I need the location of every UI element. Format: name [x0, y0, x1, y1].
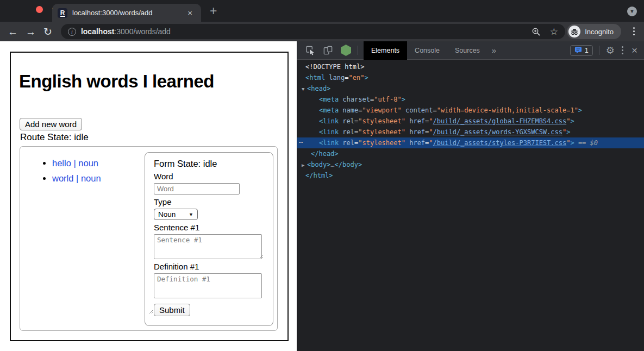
browser-tab[interactable]: R localhost:3000/words/add ×: [52, 4, 201, 22]
submit-button[interactable]: Submit: [154, 304, 190, 316]
code-token-attr: rel: [339, 117, 354, 125]
route-state-text: Route State: idle: [20, 132, 89, 143]
type-label: Type: [154, 197, 264, 206]
address-bar[interactable]: i localhost:3000/words/add ☆: [61, 24, 565, 39]
devtools-code-line[interactable]: <!DOCTYPE html>: [297, 61, 644, 72]
bookmark-star-icon[interactable]: ☆: [550, 27, 558, 36]
code-token-attr: lang: [325, 74, 345, 82]
code-token-value: ": [429, 139, 433, 147]
settings-gear-icon[interactable]: ⚙: [606, 46, 615, 55]
incognito-label: Incognito: [585, 28, 614, 36]
issues-bubble-icon: [574, 47, 582, 54]
code-token-tag: <body>: [307, 161, 330, 168]
word-input[interactable]: [154, 183, 240, 195]
devtools-code-line[interactable]: <meta name="viewport" content="width=dev…: [297, 105, 644, 116]
devtools-code-line[interactable]: <meta charset="utf-8">: [297, 94, 644, 105]
code-token-tag: <link: [319, 128, 339, 136]
code-token-attr: href: [405, 117, 425, 125]
tab-close-icon[interactable]: ×: [187, 9, 192, 17]
devtools-code-line[interactable]: ▶<body>…</body>: [297, 159, 644, 170]
issues-button[interactable]: 1: [570, 45, 593, 56]
web-page: English words I learned Add new word Rou…: [0, 41, 297, 351]
site-info-icon[interactable]: i: [68, 28, 76, 36]
reload-button[interactable]: ↻: [43, 27, 52, 37]
chevron-down-icon[interactable]: ▼: [627, 7, 637, 16]
code-token-link: /build/_assets/global-FHZEMBS4.css: [433, 117, 567, 125]
devtools-toolbar: ElementsConsoleSources » 1 ⚙ ×: [297, 41, 644, 60]
sentence-textarea[interactable]: [154, 234, 262, 259]
add-word-form: Form State: idle Word Type Noun ▼ Senten…: [145, 152, 273, 326]
close-window-button[interactable]: [36, 6, 43, 13]
code-token-tag: <head>: [307, 85, 330, 92]
elements-tree: <!DOCTYPE html><html lang="en">▼<head><m…: [297, 60, 644, 181]
devtools-code-line-selected[interactable]: …<link rel="stylesheet" href="/build/_as…: [297, 137, 644, 148]
code-token-tag: >: [578, 106, 582, 114]
inspect-element-icon[interactable]: [305, 45, 315, 55]
devtools-code-line[interactable]: </head>: [297, 148, 644, 159]
code-token-attr: content: [402, 106, 433, 114]
code-token-ellipsis: …: [330, 161, 334, 168]
code-token-tag: >: [566, 128, 570, 136]
code-token-value: ": [429, 128, 433, 136]
code-token-tag: </head>: [311, 150, 339, 158]
code-token-attr: href: [405, 128, 425, 136]
devtools-menu-icon[interactable]: [622, 46, 623, 54]
code-token-value: "width=device-width,initial-scale=1": [437, 106, 578, 114]
code-token-tag: <link: [319, 139, 339, 147]
code-token-tag: </body>: [335, 161, 362, 168]
selected-line-ellipsis-icon: …: [299, 135, 303, 146]
url-text: localhost:3000/words/add: [81, 27, 171, 36]
devtools-close-icon[interactable]: ×: [632, 45, 637, 55]
type-select[interactable]: Noun ▼: [154, 209, 198, 220]
code-token-value: "utf-8": [374, 96, 402, 103]
devtools-code-line[interactable]: <link rel="stylesheet" href="/build/_ass…: [297, 127, 644, 137]
remix-favicon-icon: R: [58, 8, 67, 18]
vue-devtools-icon[interactable]: [341, 45, 351, 56]
code-token-link: /build/_assets/words-YGXSWCSW.css: [433, 128, 562, 136]
devtools-tab-sources[interactable]: Sources: [447, 41, 487, 60]
new-tab-button[interactable]: +: [210, 4, 217, 17]
code-token-plain: <!DOCTYPE html>: [305, 63, 364, 71]
more-tabs-icon[interactable]: »: [492, 46, 496, 55]
code-token-value: "viewport": [362, 106, 401, 114]
devtools-code-line[interactable]: ▼<head>: [297, 83, 644, 94]
devtools-tabs: ElementsConsoleSources: [364, 41, 487, 60]
code-token-tag: >: [402, 96, 405, 103]
forward-button[interactable]: →: [26, 27, 36, 37]
devtools-code-line[interactable]: </html>: [297, 170, 644, 181]
code-token-tag: >: [570, 117, 574, 125]
content-area: English words I learned Add new word Rou…: [0, 41, 644, 351]
url-path: :3000/words/add: [114, 27, 171, 36]
url-host: localhost: [81, 27, 114, 36]
page-container: English words I learned Add new word Rou…: [10, 52, 289, 341]
toolbar-divider: [599, 46, 599, 55]
definition-textarea[interactable]: [154, 273, 262, 298]
zoom-icon[interactable]: [532, 27, 541, 36]
sentence-label: Sentence #1: [154, 223, 264, 232]
code-token-attr: rel: [339, 139, 354, 147]
code-token-attr: href: [405, 139, 425, 147]
devtools-code-line[interactable]: <link rel="stylesheet" href="/build/_ass…: [297, 116, 644, 127]
omnibox-actions: ☆: [532, 27, 558, 36]
devtools-tab-elements[interactable]: Elements: [364, 41, 407, 60]
code-token-tag: <meta: [319, 96, 339, 103]
tree-toggle-icon[interactable]: ▼: [302, 84, 307, 95]
code-token-value: "stylesheet": [358, 117, 405, 125]
browser-menu-icon[interactable]: [633, 27, 635, 35]
code-token-link: /build/_assets/styles-P3R7IEST.css: [433, 139, 567, 147]
tree-toggle-icon[interactable]: ▶: [302, 160, 307, 171]
select-caret-icon: ▼: [189, 212, 193, 217]
devtools-panel: ElementsConsoleSources » 1 ⚙ ×: [297, 41, 644, 351]
devtools-tab-console[interactable]: Console: [407, 41, 447, 60]
resize-grip-icon[interactable]: [148, 309, 153, 314]
back-button[interactable]: ←: [8, 27, 18, 37]
incognito-badge: Incognito: [567, 24, 621, 39]
devtools-code-line[interactable]: <html lang="en">: [297, 72, 644, 83]
word-link[interactable]: hello | noun: [52, 158, 98, 168]
add-new-word-button[interactable]: Add new word: [20, 118, 82, 130]
browser-window: R localhost:3000/words/add × + ▼ ← → ↻ i…: [0, 0, 644, 351]
page-title: English words I learned: [19, 71, 214, 92]
word-link[interactable]: world | noun: [52, 173, 101, 183]
form-state-text: Form State: idle: [154, 159, 264, 169]
device-toolbar-icon[interactable]: [323, 45, 333, 55]
